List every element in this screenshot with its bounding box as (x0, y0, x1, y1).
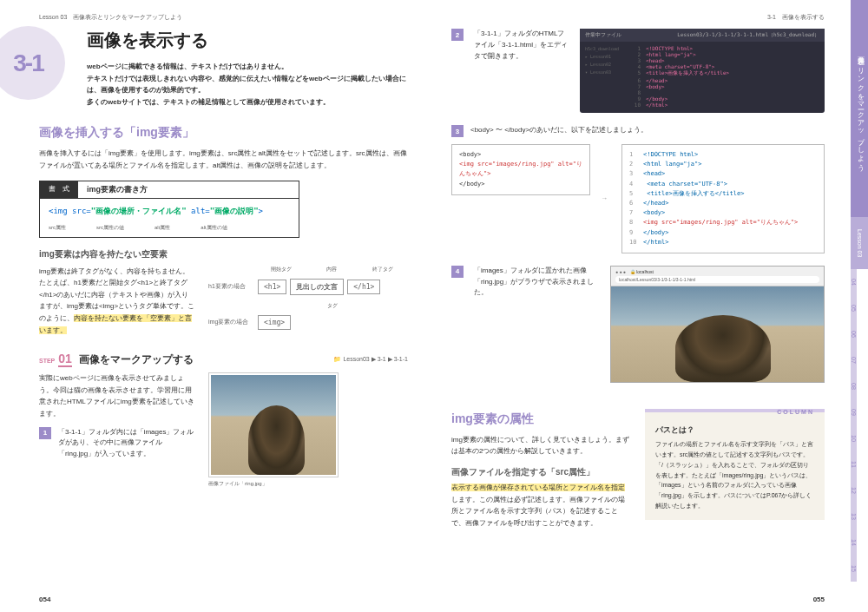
section-number: 3-1 (13, 49, 43, 77)
column-badge: COLUMN (777, 409, 814, 415)
heading-empty-element: img要素は内容を持たない空要素 (39, 248, 408, 260)
step-4-text: 「images」フォルダに置かれた画像「ring.jpg」がブラウザで表示されま… (474, 266, 600, 299)
sidetab-num: 15 (851, 556, 857, 582)
side-tabs: 画像表示とリンクをマークアップしよう Lesson 03 04050607080… (851, 0, 868, 612)
step-badge-1: 1 (39, 427, 51, 439)
step-badge-3: 3 (451, 125, 464, 137)
step-body: 実際にwebページに画像を表示させてみましょう。今回は猫の画像を表示させます。学… (39, 372, 195, 419)
page-number-right: 055 (813, 596, 825, 603)
sidetab-lesson: Lesson 03 (851, 217, 868, 269)
heading-src-attr: 画像ファイルを指定する「src属性」 (451, 466, 631, 478)
page-right: 3-1 画像を表示する 2 「3-1-1」フォルダのHTMLファイル「3-1-1… (434, 0, 851, 612)
browser-mockup: ● ● ● 🔒 localhost localhost/Lesson03/3-1… (610, 266, 825, 383)
syntax-title: img要素の書き方 (78, 181, 156, 198)
code-snippet: <body> <img src="images/ring.jpg" alt="り… (451, 144, 590, 195)
body-1: 画像を挿入するには「img要素」を使用します。img要素は、src属性とalt属… (39, 148, 408, 171)
step-1-text: 「3-1-1」フォルダ内には「images」フォルダがあり、その中に画像ファイル… (58, 427, 195, 460)
page-left: Lesson 03 画像表示とリンクをマークアップしよう 3-1 画像を表示する… (0, 0, 434, 612)
sidetab-num: 08 (851, 373, 857, 399)
sidetab-num: 09 (851, 399, 857, 425)
step-2-text: 「3-1-1」フォルダのHTMLファイル「3-1-1.html」をエディタで開き… (474, 29, 569, 62)
sidetab-num: 07 (851, 347, 857, 373)
sidetab-num: 11 (851, 451, 857, 477)
breadcrumb: 📁 Lesson03 ▶ 3-1 ▶ 3-1-1 (333, 356, 408, 363)
syntax-box: 書 式 img要素の書き方 <img src="画像の場所・ファイル名" alt… (39, 181, 299, 238)
column-box: COLUMN パスとは？ ファイルの場所とファイル名を示す文字列を「パス」と言い… (645, 409, 825, 520)
step-badge-4: 4 (451, 266, 464, 278)
step-badge-2: 2 (451, 29, 464, 41)
sidetab-num: 06 (851, 321, 857, 347)
sidetab-title: 画像表示とリンクをマークアップしよう (851, 0, 868, 217)
page-number-left: 054 (39, 596, 50, 603)
header-left: Lesson 03 画像表示とリンクをマークアップしよう (39, 13, 408, 22)
sidetab-num: 05 (851, 295, 857, 321)
sidetab-num: 14 (851, 530, 857, 556)
header-right: 3-1 画像を表示する (451, 13, 825, 22)
step-header: STEP 01 画像をマークアップする 📁 Lesson03 ▶ 3-1 ▶ 3… (39, 352, 408, 367)
sidetab-num: 12 (851, 477, 857, 503)
body-2: img要素は終了タグがなく、内容を持ちません。たとえば、h1要素だと開始タグ<h… (39, 266, 195, 337)
column-body: ファイルの場所とファイル名を示す文字列を「パス」と言います。src属性の値として… (655, 439, 814, 511)
tag-diagram: 開始タグ内容終了タグ h1要素の場合<h1>見出しの文言</h1> タグ img… (208, 266, 408, 337)
cat-image (211, 375, 336, 475)
code-full: 1<!DOCTYPE html>2<html lang="ja">3<head>… (621, 144, 825, 253)
step-3-text: <body> 〜 </body>のあいだに、以下を記述しましょう。 (470, 125, 825, 137)
sidetab-num: 13 (851, 503, 857, 530)
body-3: img要素の属性について、詳しく見ていきましょう。まずは基本の2つの属性から解説… (451, 434, 631, 457)
title-area: 画像を表示する webページに掲載できる情報は、テキストだけではありません。 テ… (87, 29, 408, 108)
heading-img-attr: img要素の属性 (451, 411, 631, 427)
sidetab-num: 04 (851, 269, 857, 295)
column-title: パスとは？ (655, 424, 814, 436)
lead-text: webページに掲載できる情報は、テキストだけではありません。 テキストだけでは表… (87, 61, 408, 108)
body-4: 表示する画像が保存されている場所とファイル名を指定します。この属性は必ず記述しま… (451, 482, 631, 529)
sidetab-num: 10 (851, 425, 857, 451)
section-number-circle: 3-1 (0, 26, 65, 100)
page-title: 画像を表示する (87, 29, 408, 52)
cat-caption: 画像ファイル「ring.jpg」 (208, 480, 339, 488)
cat-image-box (208, 372, 339, 477)
heading-img-element: 画像を挿入する「img要素」 (39, 125, 408, 141)
syntax-label: 書 式 (40, 181, 78, 198)
code-editor-dark: 作業中ファイルLesson03/3-1/3-1-1/3-1-1.html（h5c… (580, 29, 825, 113)
